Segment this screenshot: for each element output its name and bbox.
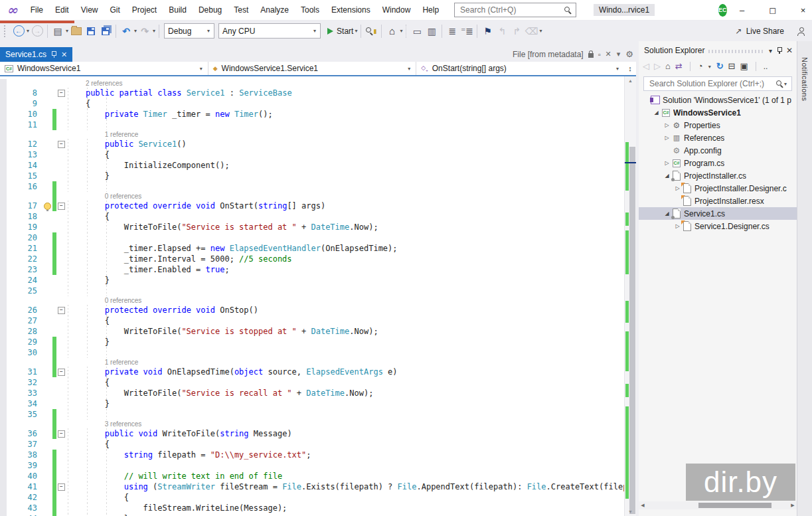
outlining-margin[interactable]: − <box>56 428 66 439</box>
breakpoint-gutter[interactable] <box>0 149 8 160</box>
outlining-margin[interactable] <box>56 98 66 109</box>
project-dropdown[interactable]: C# WindowsService1▾ <box>0 62 208 75</box>
code-line[interactable]: 25 <box>0 286 625 296</box>
close-tab-icon[interactable]: ✕ <box>61 50 67 59</box>
se-home-icon[interactable]: ⌂ <box>665 62 671 71</box>
breakpoint-gutter[interactable] <box>0 358 8 367</box>
code-text[interactable]: public void WriteToFile(string Message) <box>66 428 625 439</box>
filter-caret-icon[interactable]: ▾ <box>708 64 711 70</box>
outlining-margin[interactable]: − <box>56 367 66 377</box>
code-text[interactable]: protected override void OnStop() <box>66 305 625 315</box>
menu-project[interactable]: Project <box>126 0 163 20</box>
outlining-margin[interactable] <box>56 377 66 388</box>
breakpoint-gutter[interactable] <box>0 398 8 409</box>
code-text[interactable]: } <box>66 337 625 347</box>
breakpoint-gutter[interactable] <box>0 439 8 450</box>
breakpoint-gutter[interactable] <box>0 503 8 513</box>
collapse-all-icon[interactable]: ⊟ <box>728 62 736 71</box>
menu-view[interactable]: View <box>75 0 104 20</box>
new-project-icon[interactable]: ▤ <box>50 23 65 39</box>
menu-analyze[interactable]: Analyze <box>254 0 295 20</box>
breakpoint-gutter[interactable] <box>0 243 8 254</box>
code-line[interactable]: 26− protected override void OnStop() <box>0 305 625 315</box>
document-list-caret-icon[interactable]: ▾ <box>617 50 621 58</box>
code-text[interactable]: } <box>66 171 625 181</box>
collapse-region-icon[interactable]: − <box>58 203 65 210</box>
breakpoint-gutter[interactable] <box>0 347 8 358</box>
outlining-margin[interactable]: − <box>56 88 66 98</box>
breakpoint-gutter[interactable] <box>0 79 8 88</box>
expander-icon[interactable]: ▷ <box>663 122 671 128</box>
codelens-references-link[interactable]: 1 reference <box>66 130 625 139</box>
outlining-margin[interactable] <box>56 275 66 286</box>
scrollbar-thumb[interactable] <box>629 147 635 514</box>
menu-help[interactable]: Help <box>416 0 445 20</box>
breakpoint-gutter[interactable] <box>0 428 8 439</box>
type-dropdown[interactable]: ◆ WindowsService1.Service1▾ <box>208 62 417 75</box>
code-text[interactable]: _timer.Enabled = true; <box>66 264 625 275</box>
solution-explorer-home-icon[interactable]: ⌂ <box>384 23 399 39</box>
document-options-gear-icon[interactable]: ⚙ <box>625 49 633 59</box>
breakpoint-gutter[interactable] <box>0 286 8 296</box>
code-text[interactable]: WriteToFile("Service is stopped at " + D… <box>66 326 625 337</box>
solution-explorer-search-box[interactable]: ▾ <box>643 76 792 91</box>
undo-icon[interactable]: ↶ <box>119 23 133 39</box>
code-line[interactable]: 41− using (StreamWriter fileStream = Fil… <box>0 481 625 492</box>
code-line[interactable]: 21 _timer.Elapsed += new ElapsedEventHan… <box>0 243 625 254</box>
code-text[interactable]: private Timer _timer = new Timer(); <box>66 109 625 120</box>
code-line[interactable]: 31− private void OnElapsedTime(object so… <box>0 367 625 377</box>
feedback-icon[interactable] <box>797 27 805 35</box>
code-line[interactable]: 17− protected override void OnStart(stri… <box>0 201 625 211</box>
collapse-region-icon[interactable]: − <box>58 141 65 148</box>
breakpoint-gutter[interactable] <box>0 275 8 286</box>
code-line[interactable]: 33 WriteToFile("Service is recall at " +… <box>0 388 625 398</box>
minimize-button[interactable]: – <box>727 0 758 20</box>
code-text[interactable]: // will write text in end of file <box>66 471 625 481</box>
codelens-references-link[interactable]: 0 references <box>66 296 625 305</box>
outlining-margin[interactable] <box>56 398 66 409</box>
outlining-margin[interactable] <box>56 130 66 139</box>
notifications-sidebar[interactable]: Notifications <box>797 41 812 516</box>
breakpoint-gutter[interactable] <box>0 420 8 428</box>
code-line[interactable]: 8− public partial class Service1 : Servi… <box>0 88 625 98</box>
code-text[interactable]: { <box>66 149 625 160</box>
hscroll-right-icon[interactable]: ▶ <box>789 503 797 508</box>
breakpoint-gutter[interactable] <box>0 160 8 171</box>
breakpoint-gutter[interactable] <box>0 211 8 222</box>
navigate-back-button[interactable]: ← <box>11 23 26 39</box>
expander-icon[interactable]: ▷ <box>663 160 671 166</box>
outlining-margin[interactable] <box>56 409 66 420</box>
expander-icon[interactable]: ▷ <box>673 223 682 229</box>
tree-item-solution-windowsservice1-1-of-1-p[interactable]: Solution 'WindowsService1' (1 of 1 p <box>639 94 797 106</box>
outlining-margin[interactable] <box>56 492 66 503</box>
breakpoint-gutter[interactable] <box>0 201 8 211</box>
code-line[interactable]: 13 { <box>0 149 625 160</box>
outlining-margin[interactable] <box>56 471 66 481</box>
tree-item-service1-cs[interactable]: ◢Service1.cs <box>639 207 797 220</box>
collapse-region-icon[interactable]: − <box>58 90 65 97</box>
code-line[interactable]: 42 { <box>0 492 625 503</box>
code-text[interactable] <box>66 286 625 296</box>
code-line[interactable]: 34 } <box>0 398 625 409</box>
outlining-margin[interactable] <box>56 358 66 367</box>
live-share-icon[interactable]: ↗ <box>736 27 742 36</box>
collapse-region-icon[interactable]: − <box>58 369 65 376</box>
outlining-margin[interactable] <box>56 222 66 232</box>
code-line[interactable]: 15 } <box>0 171 625 181</box>
outlining-margin[interactable] <box>56 286 66 296</box>
hscroll-thumb[interactable] <box>698 503 771 508</box>
outlining-margin[interactable] <box>56 181 66 192</box>
outlining-margin[interactable]: − <box>56 305 66 315</box>
tab-service1-cs[interactable]: Service1.cs ✕ <box>0 47 72 62</box>
code-text[interactable]: public partial class Service1 : ServiceB… <box>66 88 625 98</box>
breakpoint-gutter[interactable] <box>0 409 8 420</box>
lightbulb-icon[interactable] <box>44 203 51 210</box>
code-text[interactable]: _timer.Elapsed += new ElapsedEventHandle… <box>66 243 625 254</box>
outlining-margin[interactable] <box>56 347 66 358</box>
codelens-references-link[interactable]: 2 references <box>66 79 625 88</box>
code-line[interactable]: 37 { <box>0 439 625 450</box>
outlining-margin[interactable] <box>56 315 66 326</box>
code-text[interactable]: WriteToFile("Service is recall at " + Da… <box>66 388 625 398</box>
breakpoint-gutter[interactable] <box>0 471 8 481</box>
start-debug-button[interactable]: Start <box>327 23 354 39</box>
